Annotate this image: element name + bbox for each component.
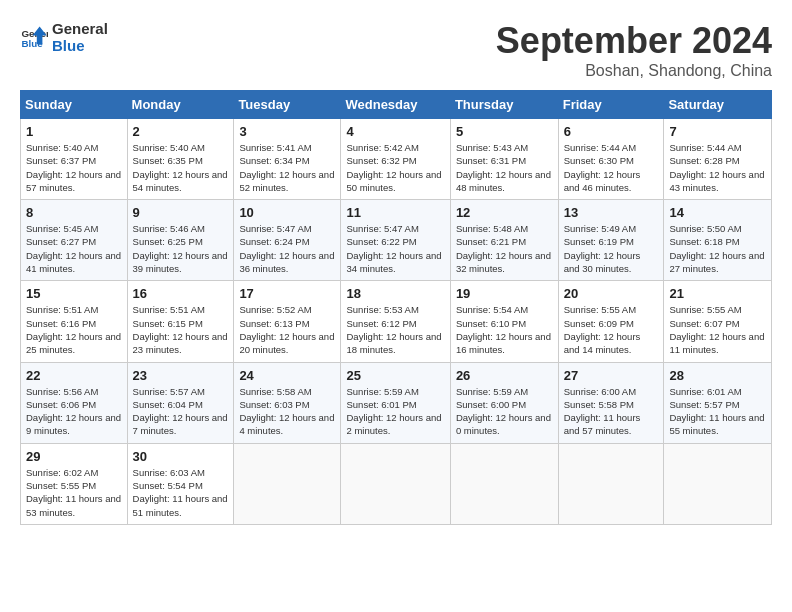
- day-info: Sunrise: 5:45 AM Sunset: 6:27 PM Dayligh…: [26, 222, 122, 275]
- day-number: 9: [133, 205, 229, 220]
- calendar-cell: 12 Sunrise: 5:48 AM Sunset: 6:21 PM Dayl…: [450, 200, 558, 281]
- calendar-cell: 17 Sunrise: 5:52 AM Sunset: 6:13 PM Dayl…: [234, 281, 341, 362]
- day-info: Sunrise: 5:55 AM Sunset: 6:07 PM Dayligh…: [669, 303, 766, 356]
- calendar-cell: 8 Sunrise: 5:45 AM Sunset: 6:27 PM Dayli…: [21, 200, 128, 281]
- day-number: 28: [669, 368, 766, 383]
- calendar-cell: 9 Sunrise: 5:46 AM Sunset: 6:25 PM Dayli…: [127, 200, 234, 281]
- day-number: 22: [26, 368, 122, 383]
- calendar-cell: 16 Sunrise: 5:51 AM Sunset: 6:15 PM Dayl…: [127, 281, 234, 362]
- day-info: Sunrise: 6:00 AM Sunset: 5:58 PM Dayligh…: [564, 385, 659, 438]
- calendar-cell: 18 Sunrise: 5:53 AM Sunset: 6:12 PM Dayl…: [341, 281, 450, 362]
- day-number: 8: [26, 205, 122, 220]
- day-info: Sunrise: 6:01 AM Sunset: 5:57 PM Dayligh…: [669, 385, 766, 438]
- col-monday: Monday: [127, 91, 234, 119]
- col-sunday: Sunday: [21, 91, 128, 119]
- day-number: 20: [564, 286, 659, 301]
- day-number: 4: [346, 124, 444, 139]
- calendar-week-row: 29 Sunrise: 6:02 AM Sunset: 5:55 PM Dayl…: [21, 443, 772, 524]
- day-number: 3: [239, 124, 335, 139]
- calendar-cell: 29 Sunrise: 6:02 AM Sunset: 5:55 PM Dayl…: [21, 443, 128, 524]
- day-number: 27: [564, 368, 659, 383]
- day-info: Sunrise: 5:40 AM Sunset: 6:37 PM Dayligh…: [26, 141, 122, 194]
- calendar-week-row: 1 Sunrise: 5:40 AM Sunset: 6:37 PM Dayli…: [21, 119, 772, 200]
- day-number: 1: [26, 124, 122, 139]
- calendar-cell: 25 Sunrise: 5:59 AM Sunset: 6:01 PM Dayl…: [341, 362, 450, 443]
- calendar-cell: 14 Sunrise: 5:50 AM Sunset: 6:18 PM Dayl…: [664, 200, 772, 281]
- day-number: 16: [133, 286, 229, 301]
- calendar-week-row: 22 Sunrise: 5:56 AM Sunset: 6:06 PM Dayl…: [21, 362, 772, 443]
- calendar-cell: 26 Sunrise: 5:59 AM Sunset: 6:00 PM Dayl…: [450, 362, 558, 443]
- day-number: 17: [239, 286, 335, 301]
- day-info: Sunrise: 6:03 AM Sunset: 5:54 PM Dayligh…: [133, 466, 229, 519]
- day-number: 14: [669, 205, 766, 220]
- calendar-cell: [234, 443, 341, 524]
- logo-text-line1: General: [52, 20, 108, 37]
- day-number: 15: [26, 286, 122, 301]
- calendar-cell: 15 Sunrise: 5:51 AM Sunset: 6:16 PM Dayl…: [21, 281, 128, 362]
- day-number: 23: [133, 368, 229, 383]
- day-info: Sunrise: 5:47 AM Sunset: 6:22 PM Dayligh…: [346, 222, 444, 275]
- day-info: Sunrise: 5:59 AM Sunset: 6:01 PM Dayligh…: [346, 385, 444, 438]
- calendar-cell: 7 Sunrise: 5:44 AM Sunset: 6:28 PM Dayli…: [664, 119, 772, 200]
- day-number: 21: [669, 286, 766, 301]
- day-info: Sunrise: 5:43 AM Sunset: 6:31 PM Dayligh…: [456, 141, 553, 194]
- day-info: Sunrise: 5:40 AM Sunset: 6:35 PM Dayligh…: [133, 141, 229, 194]
- day-info: Sunrise: 6:02 AM Sunset: 5:55 PM Dayligh…: [26, 466, 122, 519]
- day-number: 19: [456, 286, 553, 301]
- calendar-cell: [450, 443, 558, 524]
- calendar-cell: 11 Sunrise: 5:47 AM Sunset: 6:22 PM Dayl…: [341, 200, 450, 281]
- day-number: 7: [669, 124, 766, 139]
- logo: General Blue General Blue: [20, 20, 108, 54]
- calendar-cell: 24 Sunrise: 5:58 AM Sunset: 6:03 PM Dayl…: [234, 362, 341, 443]
- calendar-cell: 3 Sunrise: 5:41 AM Sunset: 6:34 PM Dayli…: [234, 119, 341, 200]
- month-title: September 2024: [496, 20, 772, 62]
- day-info: Sunrise: 5:41 AM Sunset: 6:34 PM Dayligh…: [239, 141, 335, 194]
- col-friday: Friday: [558, 91, 664, 119]
- calendar-cell: 2 Sunrise: 5:40 AM Sunset: 6:35 PM Dayli…: [127, 119, 234, 200]
- col-wednesday: Wednesday: [341, 91, 450, 119]
- day-info: Sunrise: 5:53 AM Sunset: 6:12 PM Dayligh…: [346, 303, 444, 356]
- day-info: Sunrise: 5:44 AM Sunset: 6:28 PM Dayligh…: [669, 141, 766, 194]
- day-number: 18: [346, 286, 444, 301]
- calendar-cell: 20 Sunrise: 5:55 AM Sunset: 6:09 PM Dayl…: [558, 281, 664, 362]
- calendar-cell: [664, 443, 772, 524]
- day-info: Sunrise: 5:49 AM Sunset: 6:19 PM Dayligh…: [564, 222, 659, 275]
- col-thursday: Thursday: [450, 91, 558, 119]
- day-number: 13: [564, 205, 659, 220]
- day-info: Sunrise: 5:55 AM Sunset: 6:09 PM Dayligh…: [564, 303, 659, 356]
- calendar-cell: 19 Sunrise: 5:54 AM Sunset: 6:10 PM Dayl…: [450, 281, 558, 362]
- calendar-cell: 22 Sunrise: 5:56 AM Sunset: 6:06 PM Dayl…: [21, 362, 128, 443]
- calendar-cell: 27 Sunrise: 6:00 AM Sunset: 5:58 PM Dayl…: [558, 362, 664, 443]
- day-info: Sunrise: 5:51 AM Sunset: 6:15 PM Dayligh…: [133, 303, 229, 356]
- day-info: Sunrise: 5:52 AM Sunset: 6:13 PM Dayligh…: [239, 303, 335, 356]
- day-info: Sunrise: 5:51 AM Sunset: 6:16 PM Dayligh…: [26, 303, 122, 356]
- day-number: 24: [239, 368, 335, 383]
- calendar-header-row: Sunday Monday Tuesday Wednesday Thursday…: [21, 91, 772, 119]
- day-number: 5: [456, 124, 553, 139]
- day-info: Sunrise: 5:47 AM Sunset: 6:24 PM Dayligh…: [239, 222, 335, 275]
- calendar-week-row: 8 Sunrise: 5:45 AM Sunset: 6:27 PM Dayli…: [21, 200, 772, 281]
- day-number: 12: [456, 205, 553, 220]
- day-info: Sunrise: 5:57 AM Sunset: 6:04 PM Dayligh…: [133, 385, 229, 438]
- location-title: Boshan, Shandong, China: [496, 62, 772, 80]
- calendar-cell: 28 Sunrise: 6:01 AM Sunset: 5:57 PM Dayl…: [664, 362, 772, 443]
- day-number: 25: [346, 368, 444, 383]
- day-info: Sunrise: 5:54 AM Sunset: 6:10 PM Dayligh…: [456, 303, 553, 356]
- day-info: Sunrise: 5:46 AM Sunset: 6:25 PM Dayligh…: [133, 222, 229, 275]
- day-info: Sunrise: 5:44 AM Sunset: 6:30 PM Dayligh…: [564, 141, 659, 194]
- col-saturday: Saturday: [664, 91, 772, 119]
- calendar-cell: 21 Sunrise: 5:55 AM Sunset: 6:07 PM Dayl…: [664, 281, 772, 362]
- calendar-cell: 30 Sunrise: 6:03 AM Sunset: 5:54 PM Dayl…: [127, 443, 234, 524]
- calendar-cell: 23 Sunrise: 5:57 AM Sunset: 6:04 PM Dayl…: [127, 362, 234, 443]
- col-tuesday: Tuesday: [234, 91, 341, 119]
- day-info: Sunrise: 5:58 AM Sunset: 6:03 PM Dayligh…: [239, 385, 335, 438]
- page-header: General Blue General Blue September 2024…: [20, 20, 772, 80]
- day-info: Sunrise: 5:48 AM Sunset: 6:21 PM Dayligh…: [456, 222, 553, 275]
- day-info: Sunrise: 5:42 AM Sunset: 6:32 PM Dayligh…: [346, 141, 444, 194]
- calendar-week-row: 15 Sunrise: 5:51 AM Sunset: 6:16 PM Dayl…: [21, 281, 772, 362]
- calendar-table: Sunday Monday Tuesday Wednesday Thursday…: [20, 90, 772, 525]
- day-info: Sunrise: 5:56 AM Sunset: 6:06 PM Dayligh…: [26, 385, 122, 438]
- calendar-cell: 5 Sunrise: 5:43 AM Sunset: 6:31 PM Dayli…: [450, 119, 558, 200]
- calendar-cell: 10 Sunrise: 5:47 AM Sunset: 6:24 PM Dayl…: [234, 200, 341, 281]
- calendar-cell: 4 Sunrise: 5:42 AM Sunset: 6:32 PM Dayli…: [341, 119, 450, 200]
